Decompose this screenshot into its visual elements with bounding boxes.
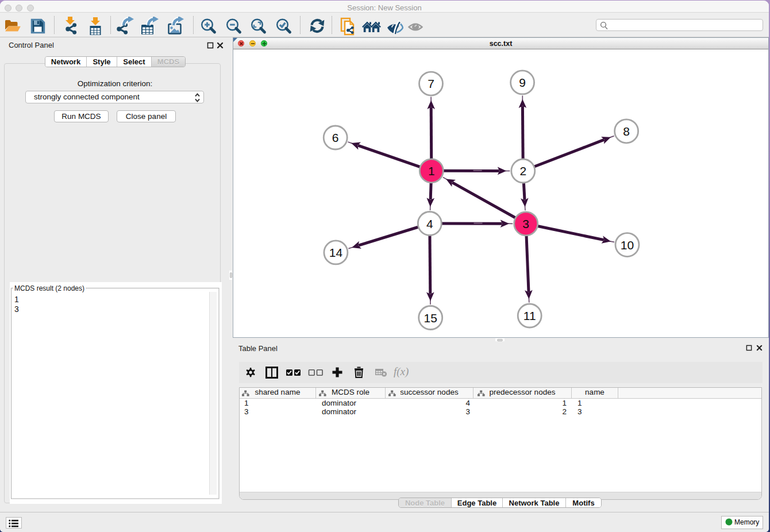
- svg-text:f(x): f(x): [394, 366, 409, 378]
- svg-text:3: 3: [522, 217, 529, 230]
- svg-text:10: 10: [621, 238, 634, 252]
- svg-text:8: 8: [623, 125, 630, 138]
- svg-text:4: 4: [426, 217, 433, 230]
- svg-text:1: 1: [428, 164, 435, 178]
- svg-text:9: 9: [519, 76, 526, 89]
- svg-text:7: 7: [428, 77, 434, 90]
- svg-text:2: 2: [519, 164, 526, 178]
- svg-text:6: 6: [332, 131, 339, 144]
- svg-text:15: 15: [424, 311, 437, 325]
- svg-text:14: 14: [329, 246, 343, 259]
- svg-text:11: 11: [523, 309, 536, 322]
